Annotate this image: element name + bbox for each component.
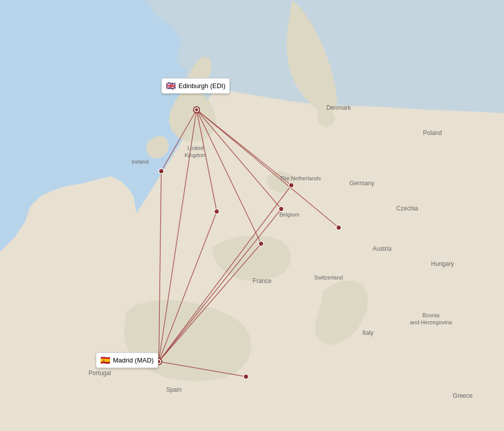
svg-text:United: United	[187, 145, 204, 151]
map-container: Denmark United Kingdom Ireland The Nethe…	[0, 0, 504, 431]
svg-text:Greece: Greece	[453, 392, 473, 399]
svg-text:Hungary: Hungary	[431, 260, 454, 267]
svg-text:Ireland: Ireland	[132, 159, 149, 165]
svg-point-19	[259, 241, 264, 246]
svg-text:Kingdom: Kingdom	[184, 152, 206, 158]
svg-text:and Herzegovina: and Herzegovina	[410, 319, 452, 325]
svg-text:Italy: Italy	[362, 329, 373, 336]
svg-text:Germany: Germany	[349, 180, 374, 187]
svg-point-17	[279, 206, 284, 211]
svg-point-18	[336, 225, 341, 230]
svg-text:Poland: Poland	[423, 129, 442, 136]
svg-text:Spain: Spain	[166, 386, 182, 393]
svg-point-16	[289, 183, 294, 188]
svg-text:Bosnia: Bosnia	[422, 312, 440, 318]
svg-point-14	[159, 169, 164, 174]
svg-text:Denmark: Denmark	[327, 104, 352, 111]
svg-text:Czechia: Czechia	[396, 205, 418, 212]
svg-text:Austria: Austria	[372, 245, 392, 252]
map-svg: Denmark United Kingdom Ireland The Nethe…	[0, 0, 504, 431]
svg-text:France: France	[253, 277, 272, 284]
svg-point-22	[195, 108, 198, 111]
svg-text:Switzerland: Switzerland	[314, 274, 343, 280]
svg-point-15	[214, 209, 219, 214]
svg-text:Portugal: Portugal	[89, 370, 111, 377]
svg-point-24	[157, 360, 160, 363]
svg-text:The Netherlands: The Netherlands	[280, 175, 321, 181]
svg-point-20	[243, 374, 248, 379]
svg-text:Belgium: Belgium	[279, 211, 299, 218]
